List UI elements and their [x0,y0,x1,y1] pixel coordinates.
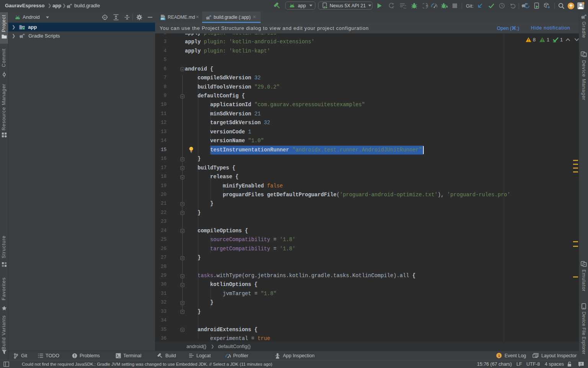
svg-text:MD: MD [161,18,165,20]
svg-text:1: 1 [498,353,500,358]
svg-text:A: A [392,6,394,9]
